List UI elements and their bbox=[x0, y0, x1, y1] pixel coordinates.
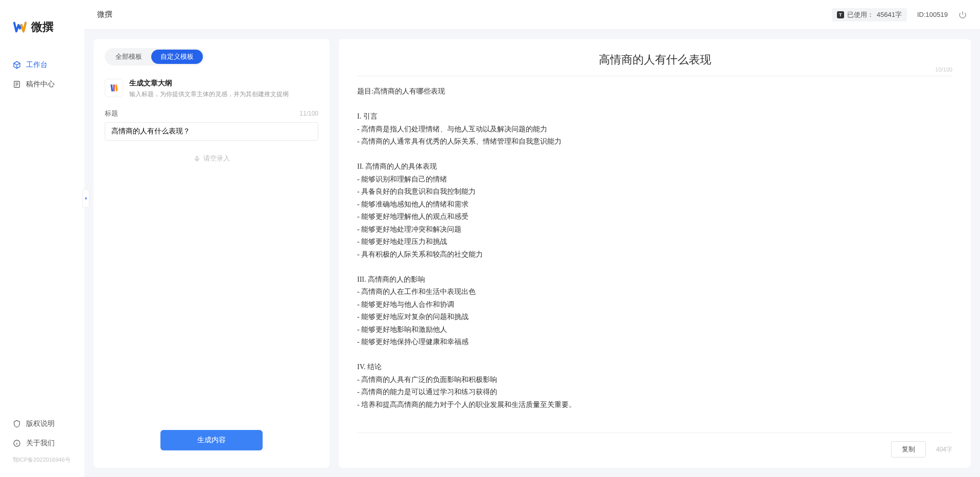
template-icon bbox=[105, 79, 123, 97]
nav-label: 工作台 bbox=[26, 60, 48, 70]
nav-label: 版权说明 bbox=[26, 419, 55, 428]
template-title: 生成文章大纲 bbox=[129, 79, 289, 88]
chevron-left-icon bbox=[83, 196, 88, 201]
usage-value: 45641字 bbox=[877, 10, 902, 19]
nav-label: 稿件中心 bbox=[26, 80, 55, 89]
nav-item-workspace[interactable]: 工作台 bbox=[0, 55, 84, 75]
sidebar: 微撰 工作台 稿件中心 版权说明 bbox=[0, 0, 84, 477]
tab-custom-templates[interactable]: 自定义模板 bbox=[151, 50, 203, 64]
copy-button[interactable]: 复制 bbox=[891, 441, 926, 458]
nav-item-copyright[interactable]: 版权说明 bbox=[0, 414, 84, 434]
voice-hint-text: 请空录入 bbox=[203, 154, 230, 163]
template-card: 生成文章大纲 输入标题，为你提供文章主体的灵感，并为其创建推文提纲 bbox=[105, 76, 318, 109]
user-id: ID:100519 bbox=[917, 11, 948, 18]
output-body[interactable]: 题目:高情商的人有哪些表现 I. 引言 - 高情商是指人们处理情绪、与他人互动以… bbox=[357, 85, 952, 424]
template-info: 生成文章大纲 输入标题，为你提供文章主体的灵感，并为其创建推文提纲 bbox=[129, 79, 289, 99]
nav-item-drafts[interactable]: 稿件中心 bbox=[0, 75, 84, 94]
output-panel: 高情商的人有什么表现 10/100 题目:高情商的人有哪些表现 I. 引言 - … bbox=[339, 39, 971, 468]
mic-icon bbox=[194, 155, 200, 162]
usage-label: 已使用： bbox=[847, 10, 874, 19]
page-title: 微撰 bbox=[97, 10, 112, 19]
output-footer: 复制 404字 bbox=[357, 433, 952, 458]
nav-main: 工作台 稿件中心 bbox=[0, 55, 84, 414]
logo-icon bbox=[13, 20, 27, 34]
shield-icon bbox=[13, 420, 21, 428]
title-input[interactable] bbox=[105, 122, 318, 141]
template-tabs: 全部模板 自定义模板 bbox=[105, 48, 204, 65]
cube-icon bbox=[13, 61, 21, 69]
main: 微撰 T 已使用： 45641字 ID:100519 全部模板 自定义模板 bbox=[84, 0, 980, 477]
nav-label: 关于我们 bbox=[26, 439, 55, 448]
logo-text: 微撰 bbox=[31, 19, 54, 35]
icp-text: 鄂ICP备2022016946号 bbox=[0, 453, 84, 467]
books-icon bbox=[109, 83, 119, 93]
voice-input-hint[interactable]: 请空录入 bbox=[105, 148, 318, 169]
svg-rect-2 bbox=[196, 156, 197, 160]
logo: 微撰 bbox=[0, 9, 84, 55]
output-top-count: 10/100 bbox=[935, 66, 952, 73]
topbar: 微撰 T 已使用： 45641字 ID:100519 bbox=[84, 0, 980, 30]
output-title: 高情商的人有什么表现 bbox=[357, 52, 952, 67]
title-form-group: 标题 11/100 bbox=[105, 109, 318, 141]
output-word-count: 404字 bbox=[936, 445, 952, 454]
power-icon[interactable] bbox=[958, 10, 967, 19]
nav-item-about[interactable]: 关于我们 bbox=[0, 434, 84, 453]
title-char-count: 11/100 bbox=[299, 110, 318, 117]
sidebar-collapse-handle[interactable] bbox=[82, 189, 89, 208]
title-label: 标题 bbox=[105, 109, 118, 118]
content: 全部模板 自定义模板 生成文章大纲 输入标题，为你提供文章主体的灵感，并为其创建… bbox=[84, 30, 980, 477]
document-icon bbox=[13, 80, 21, 88]
generate-button[interactable]: 生成内容 bbox=[160, 430, 263, 450]
text-icon: T bbox=[837, 11, 844, 18]
info-icon bbox=[13, 439, 21, 447]
output-header: 高情商的人有什么表现 10/100 bbox=[357, 52, 952, 76]
left-panel: 全部模板 自定义模板 生成文章大纲 输入标题，为你提供文章主体的灵感，并为其创建… bbox=[94, 39, 330, 468]
tab-all-templates[interactable]: 全部模板 bbox=[106, 50, 151, 64]
template-desc: 输入标题，为你提供文章主体的灵感，并为其创建推文提纲 bbox=[129, 90, 289, 99]
topbar-right: T 已使用： 45641字 ID:100519 bbox=[832, 8, 967, 21]
nav-bottom: 版权说明 关于我们 鄂ICP备2022016946号 bbox=[0, 414, 84, 477]
usage-badge: T 已使用： 45641字 bbox=[832, 8, 907, 21]
